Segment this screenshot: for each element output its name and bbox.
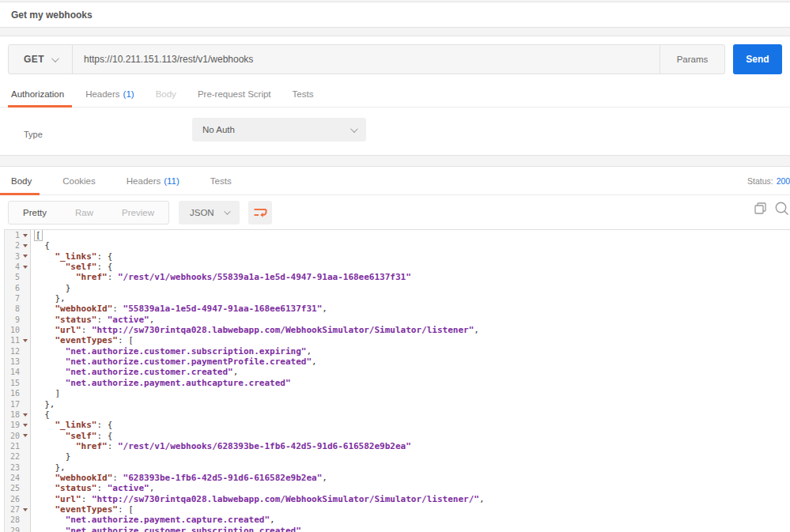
copy-button[interactable] xyxy=(754,202,767,215)
line-number: 22 xyxy=(10,451,20,462)
code-line: 25 "status": "active", xyxy=(5,483,790,493)
json-punctuation: , xyxy=(301,526,307,532)
code-text: "webhookId": "628393be-1fb6-42d5-91d6-61… xyxy=(31,473,327,483)
chevron-down-icon xyxy=(224,208,230,214)
fold-toggle-icon[interactable] xyxy=(21,506,29,514)
response-tab-body[interactable]: Body xyxy=(2,167,40,194)
code-line: 9 "status": "active", xyxy=(5,315,790,325)
code-text: "net.authorize.payment.capture.created", xyxy=(31,515,275,525)
line-gutter: 4 xyxy=(5,262,31,272)
code-text: "net.authorize.customer.subscription.cre… xyxy=(31,526,306,532)
method-dropdown[interactable]: GET xyxy=(9,45,72,74)
fold-spacer xyxy=(21,495,29,503)
line-number: 8 xyxy=(15,304,20,314)
fold-spacer xyxy=(21,485,29,492)
line-number: 14 xyxy=(10,367,20,377)
request-tab-authorization[interactable]: Authorization xyxy=(11,81,64,107)
fold-toggle-icon[interactable] xyxy=(21,337,29,345)
json-key: "webhookId" xyxy=(55,304,113,314)
fold-toggle-icon[interactable] xyxy=(21,421,29,429)
chevron-down-icon xyxy=(51,55,59,62)
view-mode-group: PrettyRawPreview xyxy=(8,201,169,224)
line-number: 2 xyxy=(15,240,20,251)
request-tab-tests[interactable]: Tests xyxy=(293,81,314,107)
view-mode-preview[interactable]: Preview xyxy=(108,202,168,224)
line-number: 9 xyxy=(15,315,20,325)
tab-count-badge: (11) xyxy=(164,176,180,186)
line-gutter: 29 xyxy=(5,526,31,532)
response-body-viewer: 1[2 {3 "_links": {4 "self": {5 "href": "… xyxy=(4,229,790,532)
request-tab-body[interactable]: Body xyxy=(156,81,176,107)
json-key: "_links" xyxy=(55,420,97,430)
fold-spacer xyxy=(21,379,29,387)
response-tab-headers[interactable]: Headers(11) xyxy=(118,167,188,194)
code-text: "_links": { xyxy=(31,420,112,430)
url-input[interactable]: https://10.211.151.113/rest/v1/webhooks xyxy=(72,45,660,74)
json-key: "eventTypes" xyxy=(55,504,118,515)
view-mode-pretty[interactable]: Pretty xyxy=(9,202,61,224)
send-button[interactable]: Send xyxy=(733,44,782,74)
code-line: 26 "url": "http://sw730rintqa028.labweba… xyxy=(5,494,790,504)
json-key: "self" xyxy=(66,431,97,441)
response-toolbar: PrettyRawPreview JSON xyxy=(0,195,790,230)
json-string: "/rest/v1/webhooks/628393be-1fb6-42d5-91… xyxy=(118,441,411,451)
json-punctuation: }, xyxy=(55,462,66,473)
fold-spacer xyxy=(21,305,29,313)
fold-spacer xyxy=(21,295,29,303)
json-string: "active" xyxy=(108,483,149,493)
code-line: 17 }, xyxy=(5,399,790,409)
code-line: 7 }, xyxy=(5,293,790,304)
chevron-down-icon xyxy=(350,125,358,133)
code-line: 18 { xyxy=(5,409,790,420)
code-text: "self": { xyxy=(31,262,112,272)
fold-toggle-icon[interactable] xyxy=(21,232,29,240)
line-number: 3 xyxy=(15,251,20,262)
fold-toggle-icon[interactable] xyxy=(21,411,29,419)
json-punctuation: : xyxy=(108,272,118,282)
code-text: "net.authorize.customer.subscription.exp… xyxy=(31,346,312,357)
json-punctuation: , xyxy=(233,367,239,377)
code-line: 24 "webhookId": "628393be-1fb6-42d5-91d6… xyxy=(5,473,790,483)
response-tab-tests[interactable]: Tests xyxy=(202,167,240,194)
request-panel: GET https://10.211.151.113/rest/v1/webho… xyxy=(0,36,790,156)
json-string: "active" xyxy=(108,315,149,325)
line-number: 20 xyxy=(10,431,20,441)
code-text: "self": { xyxy=(31,431,112,441)
code-line: 6 } xyxy=(5,283,790,293)
code-line: 1[ xyxy=(5,230,790,240)
auth-type-select[interactable]: No Auth xyxy=(192,118,366,141)
json-key: "href" xyxy=(76,272,108,282)
fold-toggle-icon[interactable] xyxy=(21,242,29,250)
line-gutter: 10 xyxy=(5,325,31,335)
json-key: "status" xyxy=(55,483,97,493)
fold-spacer xyxy=(21,358,29,366)
code-text: }, xyxy=(31,399,55,409)
response-tabs: BodyCookiesHeaders(11)Tests Status: 200 xyxy=(0,167,790,195)
json-string: "net.authorize.customer.subscription.cre… xyxy=(66,526,301,532)
json-key: "self" xyxy=(66,262,97,272)
fold-spacer xyxy=(21,516,29,524)
request-tab-headers[interactable]: Headers(1) xyxy=(85,81,134,107)
code-line: 14 "net.authorize.customer.created", xyxy=(5,367,790,377)
json-punctuation: : xyxy=(112,304,123,314)
request-tab-pre-request-script[interactable]: Pre-request Script xyxy=(198,81,271,107)
wrap-text-button[interactable] xyxy=(248,201,272,224)
line-number: 6 xyxy=(15,283,20,293)
fold-toggle-icon[interactable] xyxy=(21,432,29,440)
line-gutter: 12 xyxy=(5,346,31,357)
json-punctuation: { xyxy=(44,409,50,420)
response-tab-cookies[interactable]: Cookies xyxy=(54,167,104,194)
fold-toggle-icon[interactable] xyxy=(21,263,29,271)
json-punctuation: , xyxy=(149,483,155,493)
json-punctuation: , xyxy=(479,494,485,504)
search-button[interactable] xyxy=(774,201,789,216)
format-dropdown[interactable]: JSON xyxy=(179,201,240,224)
fold-toggle-icon[interactable] xyxy=(21,252,29,260)
json-punctuation: : xyxy=(96,315,107,325)
fold-spacer xyxy=(21,400,29,408)
tab-label: Cookies xyxy=(62,176,96,186)
params-button[interactable]: Params xyxy=(660,45,724,74)
view-mode-raw[interactable]: Raw xyxy=(61,202,108,224)
json-punctuation: : [ xyxy=(118,504,134,515)
line-number: 12 xyxy=(10,346,20,357)
